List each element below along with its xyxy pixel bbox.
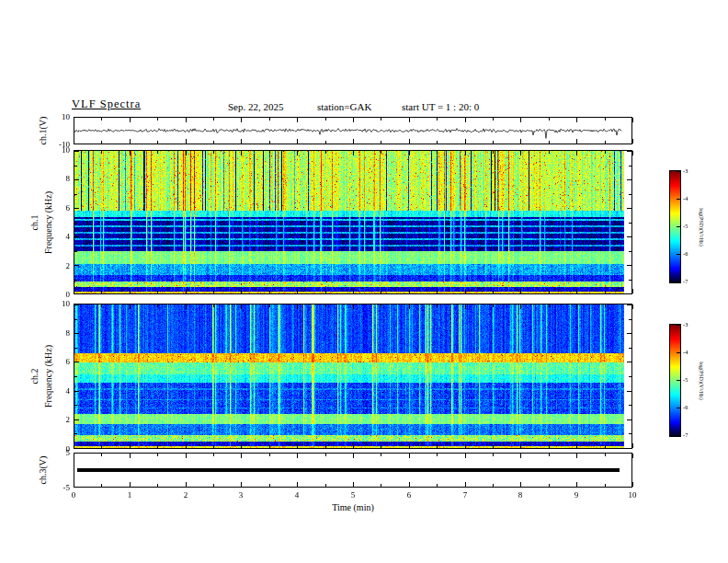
tick-mark: [74, 265, 79, 266]
tick-mark: [74, 333, 79, 334]
tick-mark: [325, 291, 326, 293]
tick-mark: [213, 291, 214, 293]
tick-mark: [353, 118, 354, 122]
spec2-channel-label: ch.2: [29, 369, 40, 385]
y-tick-label: 6: [48, 357, 70, 366]
tick-mark: [297, 289, 298, 293]
x-tick-label: 9: [565, 490, 587, 500]
tick-mark: [74, 166, 77, 167]
tick-mark: [74, 376, 77, 377]
tick-mark: [157, 454, 158, 456]
tick-mark: [353, 443, 354, 448]
tick-mark: [465, 289, 466, 293]
plot-date: Sep. 22, 2025: [228, 101, 284, 112]
tick-mark: [629, 405, 631, 406]
tick-mark: [381, 141, 381, 144]
tick-mark: [186, 454, 187, 458]
tick-mark: [101, 141, 102, 144]
tick-mark: [632, 454, 633, 458]
tick-mark: [74, 319, 77, 320]
tick-mark: [627, 448, 631, 449]
tick-mark: [157, 291, 158, 293]
tick-mark: [325, 141, 326, 144]
colorbar-ch1-label: log(PSD)(V²/Hz): [699, 208, 704, 246]
colorbar-tick-label: -7: [683, 431, 688, 438]
y-tick-label: 2: [48, 415, 70, 424]
tick-mark: [74, 251, 77, 252]
x-tick-label: 4: [286, 490, 308, 500]
tick-mark: [269, 141, 270, 144]
tick-mark: [605, 151, 606, 154]
tick-mark: [186, 443, 187, 448]
tick-mark: [409, 151, 410, 155]
tick-mark: [629, 166, 631, 167]
tick-mark: [437, 141, 438, 144]
tick-mark: [101, 291, 102, 293]
tick-mark: [437, 151, 438, 154]
tick-mark: [409, 139, 410, 144]
tick-mark: [465, 139, 466, 144]
tick-mark: [157, 445, 158, 448]
tick-mark: [101, 118, 102, 121]
tick-mark: [157, 304, 158, 307]
x-tick-label: 7: [454, 490, 476, 500]
tick-mark: [677, 408, 680, 408]
tick-mark: [353, 482, 354, 487]
tick-mark: [74, 348, 77, 349]
tick-mark: [576, 151, 577, 155]
tick-mark: [576, 304, 577, 309]
tick-mark: [130, 443, 131, 448]
y-tick-label: 0: [48, 290, 70, 299]
tick-mark: [629, 433, 631, 434]
ch2-spectrogram-canvas: [74, 304, 631, 448]
tick-mark: [130, 151, 131, 155]
tick-mark: [520, 443, 521, 448]
tick-mark: [325, 304, 326, 307]
colorbar-tick-label: -5: [683, 376, 688, 383]
tick-mark: [353, 151, 354, 155]
tick-mark: [437, 304, 438, 307]
spec1-channel-label: ch.1: [29, 214, 40, 230]
tick-mark: [493, 141, 494, 144]
tick-mark: [101, 304, 102, 307]
spec1-frequency-axis-label: Frequency (kHz): [43, 190, 53, 253]
tick-mark: [627, 362, 631, 362]
tick-mark: [213, 118, 214, 121]
tick-mark: [677, 435, 680, 436]
tick-mark: [241, 289, 242, 293]
tick-mark: [549, 484, 550, 487]
tick-mark: [74, 139, 74, 144]
tick-mark: [325, 151, 326, 154]
tick-mark: [677, 282, 680, 282]
tick-mark: [297, 151, 298, 155]
colorbar-tick-label: -6: [683, 404, 688, 410]
tick-mark: [74, 280, 77, 281]
tick-mark: [297, 482, 298, 487]
tick-mark: [186, 139, 187, 144]
tick-mark: [520, 454, 521, 458]
x-tick-label: 0: [63, 490, 85, 500]
tick-mark: [213, 141, 214, 144]
x-tick-label: 1: [119, 490, 141, 500]
tick-mark: [632, 304, 633, 309]
tick-mark: [130, 118, 131, 122]
tick-mark: [465, 304, 466, 309]
tick-mark: [605, 484, 606, 487]
tick-mark: [325, 484, 326, 487]
tick-mark: [627, 391, 631, 392]
tick-mark: [269, 151, 270, 154]
tick-mark: [157, 141, 158, 144]
tick-mark: [269, 484, 270, 487]
tick-mark: [549, 445, 550, 448]
tick-mark: [409, 289, 410, 293]
tick-mark: [627, 208, 631, 209]
tick-mark: [297, 118, 298, 122]
tick-mark: [269, 445, 270, 448]
tick-mark: [576, 443, 577, 448]
tick-mark: [297, 454, 298, 458]
tick-mark: [241, 454, 242, 458]
tick-mark: [74, 208, 79, 209]
tick-mark: [465, 151, 466, 155]
tick-mark: [437, 291, 438, 293]
tick-mark: [241, 443, 242, 448]
